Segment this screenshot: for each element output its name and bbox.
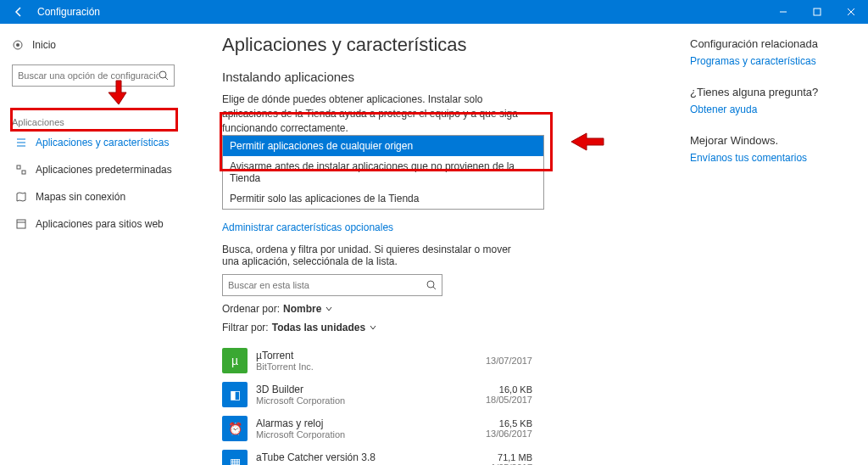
sort-row[interactable]: Ordenar por: Nombre: [222, 303, 671, 315]
sidebar-item-label: Aplicaciones predeterminadas: [36, 164, 172, 176]
app-search-input[interactable]: [222, 274, 442, 296]
search-icon: [426, 280, 437, 290]
maximize-button[interactable]: [800, 0, 834, 24]
app-publisher: Microsoft Corporation: [256, 429, 486, 440]
sidebar-item-offline-maps[interactable]: Mapas sin conexión: [12, 183, 176, 210]
app-search-field[interactable]: [228, 280, 426, 290]
home-button[interactable]: Inicio: [12, 34, 176, 56]
app-name: Alarmas y reloj: [256, 417, 486, 429]
feedback-link[interactable]: Envíanos tus comentarios: [690, 152, 854, 164]
web-icon: [15, 218, 27, 230]
filter-row[interactable]: Filtrar por: Todas las unidades: [222, 322, 671, 333]
home-label: Inicio: [32, 39, 56, 51]
svg-line-5: [165, 77, 168, 80]
back-button[interactable]: [7, 0, 31, 24]
content-area: Aplicaciones y características Instaland…: [178, 24, 690, 465]
app-date: 13/07/2017: [486, 356, 532, 366]
sort-value: Nombre: [283, 303, 321, 315]
map-icon: [15, 191, 27, 203]
app-name: aTube Catcher versión 3.8: [256, 451, 491, 463]
svg-rect-8: [17, 220, 25, 228]
close-button[interactable]: [834, 0, 868, 24]
sidebar-section-label: Aplicaciones: [12, 117, 176, 129]
list-description: Busca, ordena y filtra por unidad. Si qu…: [222, 244, 527, 267]
titlebar: Configuración: [0, 0, 868, 24]
app-row[interactable]: ◧3D BuilderMicrosoft Corporation16,0 KB1…: [222, 378, 532, 412]
improve-title: Mejorar Windows.: [690, 134, 854, 147]
search-input[interactable]: [12, 64, 175, 87]
search-icon: [159, 70, 169, 81]
option-store-only[interactable]: Permitir solo las aplicaciones de la Tie…: [223, 188, 543, 209]
window-title: Configuración: [37, 6, 766, 18]
minimize-button[interactable]: [766, 0, 800, 24]
gear-icon: [12, 39, 24, 51]
app-list: µµTorrentBitTorrent Inc.13/07/2017◧3D Bu…: [222, 344, 671, 465]
app-row[interactable]: ▦aTube Catcher versión 3.8DsNET Corp71,1…: [222, 445, 532, 465]
app-name: 3D Builder: [256, 384, 486, 395]
sidebar: Inicio Aplicaciones Aplicaciones y carac…: [0, 24, 178, 465]
page-title: Aplicaciones y características: [222, 34, 671, 56]
sidebar-item-apps-features[interactable]: Aplicaciones y características: [12, 129, 176, 156]
option-warn[interactable]: Avisarme antes de instalar aplicaciones …: [223, 156, 543, 188]
filter-value: Todas las unidades: [272, 322, 365, 333]
app-date: 18/05/2017: [486, 395, 532, 405]
sort-label: Ordenar por:: [222, 303, 280, 315]
app-icon: ◧: [222, 382, 248, 407]
chevron-down-icon: [369, 323, 377, 332]
app-date: 13/06/2017: [486, 429, 532, 439]
related-title: Configuración relacionada: [690, 37, 854, 50]
svg-point-10: [427, 281, 434, 288]
app-icon: ▦: [222, 450, 248, 465]
sidebar-item-apps-websites[interactable]: Aplicaciones para sitios web: [12, 210, 176, 238]
svg-line-11: [433, 287, 436, 289]
filter-label: Filtrar por:: [222, 322, 269, 333]
svg-point-4: [159, 71, 166, 78]
app-name: µTorrent: [256, 350, 486, 361]
defaults-icon: [15, 164, 27, 176]
right-pane: Configuración relacionada Programas y ca…: [690, 24, 868, 465]
sidebar-item-default-apps[interactable]: Aplicaciones predeterminadas: [12, 156, 176, 183]
sidebar-item-label: Aplicaciones para sitios web: [36, 218, 164, 230]
app-size: 16,5 KB: [486, 418, 532, 429]
app-icon: µ: [222, 348, 248, 373]
search-field[interactable]: [18, 70, 159, 81]
app-size: 71,1 MB: [491, 452, 532, 462]
section-title: Instalando aplicaciones: [222, 70, 671, 84]
help-title: ¿Tienes alguna pregunta?: [690, 86, 854, 98]
svg-rect-7: [22, 171, 25, 174]
svg-rect-6: [17, 165, 20, 169]
app-publisher: BitTorrent Inc.: [256, 361, 486, 372]
get-help-link[interactable]: Obtener ayuda: [690, 104, 854, 115]
app-row[interactable]: ⏰Alarmas y relojMicrosoft Corporation16,…: [222, 412, 532, 445]
chevron-down-icon: [325, 305, 333, 313]
svg-point-3: [16, 43, 19, 47]
option-any-origin[interactable]: Permitir aplicaciones de cualquier orige…: [223, 136, 543, 156]
list-icon: [15, 137, 27, 148]
manage-optional-link[interactable]: Administrar características opcionales: [222, 221, 393, 233]
sidebar-item-label: Mapas sin conexión: [36, 191, 125, 203]
sidebar-item-label: Aplicaciones y características: [36, 137, 169, 148]
section-description: Elige de dónde puedes obtener aplicacion…: [222, 92, 527, 135]
svg-rect-1: [814, 8, 821, 15]
app-icon: ⏰: [222, 416, 248, 441]
programs-features-link[interactable]: Programas y características: [690, 55, 854, 67]
app-size: 16,0 KB: [486, 384, 532, 395]
install-source-dropdown[interactable]: Permitir aplicaciones de cualquier orige…: [222, 135, 544, 210]
window-controls: [766, 0, 868, 24]
app-publisher: Microsoft Corporation: [256, 395, 486, 406]
app-row[interactable]: µµTorrentBitTorrent Inc.13/07/2017: [222, 344, 532, 378]
